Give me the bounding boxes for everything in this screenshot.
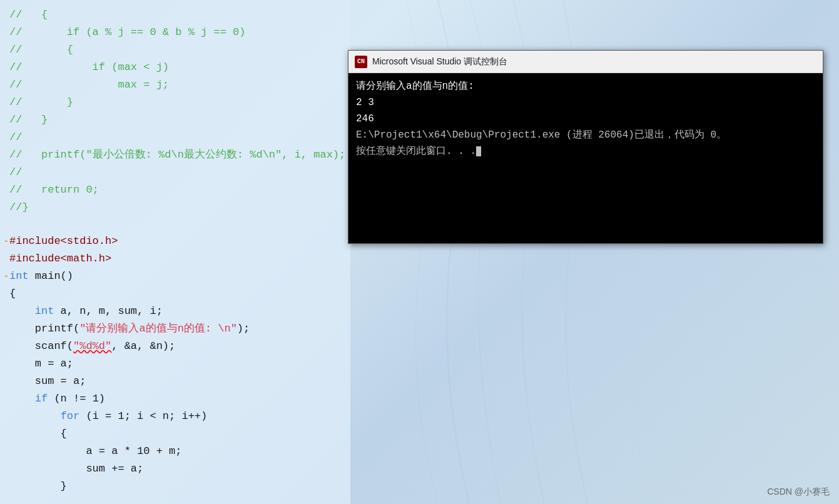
code-line: {: [0, 285, 350, 303]
code-text: #include<stdio.h>: [9, 233, 344, 249]
code-text: // printf("最小公倍数: %d\n最大公约数: %d\n", i, m…: [9, 147, 345, 163]
watermark-text: CSDN @小赛毛: [767, 486, 830, 496]
code-line: }: [0, 478, 350, 495]
code-line: sum += a;: [0, 460, 350, 478]
code-line: [0, 495, 350, 504]
code-text: // if (a % j == 0 & b % j == 0): [9, 24, 344, 41]
watermark: CSDN @小赛毛: [767, 486, 830, 498]
console-line-5: 按任意键关闭此窗口. . .: [356, 143, 815, 159]
code-text: for (i = 1; i < n; i++): [9, 408, 344, 425]
code-line: // max = j;: [0, 76, 350, 94]
code-text: //: [9, 129, 344, 146]
code-text: //}: [9, 199, 344, 216]
code-line: [0, 216, 350, 233]
code-line: //}: [0, 199, 350, 216]
code-line: scanf("%d%d", &a, &n);: [0, 338, 350, 355]
code-text: printf("请分别输入a的值与n的值: \n");: [9, 321, 344, 337]
code-text: //: [9, 164, 344, 181]
code-text: // return 0;: [9, 182, 344, 198]
code-line: - #include<stdio.h>: [0, 233, 350, 250]
code-text: int main(): [9, 268, 344, 285]
code-line: //: [0, 129, 350, 146]
code-line: - int main(): [0, 268, 350, 285]
console-window: CN Microsoft Visual Studio 调试控制台 请分别输入a的…: [348, 50, 823, 244]
code-text: // {: [9, 42, 344, 58]
code-line: // }: [0, 111, 350, 129]
code-text: // {: [9, 7, 344, 23]
code-line: // }: [0, 94, 350, 111]
code-line: sum = a;: [0, 373, 350, 390]
code-line: printf("请分别输入a的值与n的值: \n");: [0, 320, 350, 338]
code-line: //: [0, 164, 350, 181]
line-indicator: -: [3, 268, 8, 285]
code-text: // if (max < j): [9, 59, 344, 76]
console-title: Microsoft Visual Studio 调试控制台: [372, 56, 816, 68]
cursor: [476, 146, 481, 156]
code-text: a = a * 10 + m;: [9, 443, 344, 460]
code-line: // if (max < j): [0, 59, 350, 76]
code-text: {: [9, 426, 344, 442]
code-text: sum = a;: [9, 373, 344, 390]
code-line: // if (a % j == 0 & b % j == 0): [0, 24, 350, 41]
code-text: if (n != 1): [9, 391, 344, 407]
code-line: // {: [0, 6, 350, 24]
console-titlebar: CN Microsoft Visual Studio 调试控制台: [348, 51, 823, 73]
code-text: m = a;: [9, 356, 344, 372]
code-line: // printf("最小公倍数: %d\n最大公约数: %d\n", i, m…: [0, 146, 350, 164]
code-text: scanf("%d%d", &a, &n);: [9, 338, 344, 355]
code-line: for (i = 1; i < n; i++): [0, 408, 350, 425]
code-line: {: [0, 425, 350, 443]
line-indicator: -: [3, 233, 8, 249]
code-line: int a, n, m, sum, i;: [0, 303, 350, 320]
code-line: // {: [0, 41, 350, 59]
code-line: if (n != 1): [0, 390, 350, 408]
code-text: // }: [9, 94, 344, 111]
console-line-2: 2 3: [356, 94, 815, 111]
code-line: #include<math.h>: [0, 250, 350, 268]
code-line: m = a;: [0, 355, 350, 373]
code-text: sum += a;: [9, 461, 344, 477]
console-line-3: 246: [356, 111, 815, 127]
code-text: // max = j;: [9, 77, 344, 93]
code-text: }: [9, 478, 344, 495]
code-line: // return 0;: [0, 181, 350, 199]
code-text: {: [9, 286, 344, 302]
console-body: 请分别输入a的值与n的值: 2 3 246 E:\Project1\x64\De…: [348, 73, 823, 243]
code-text: #include<math.h>: [9, 251, 344, 267]
code-text: // }: [9, 112, 344, 128]
code-text: int a, n, m, sum, i;: [9, 303, 344, 320]
console-line-1: 请分别输入a的值与n的值:: [356, 78, 815, 94]
code-editor: // { // if (a % j == 0 & b % j == 0) // …: [0, 0, 350, 504]
code-line: a = a * 10 + m;: [0, 443, 350, 460]
console-icon-text: CN: [357, 58, 365, 65]
console-line-4: E:\Project1\x64\Debug\Project1.exe (进程 2…: [356, 127, 815, 143]
console-icon: CN: [355, 56, 367, 68]
